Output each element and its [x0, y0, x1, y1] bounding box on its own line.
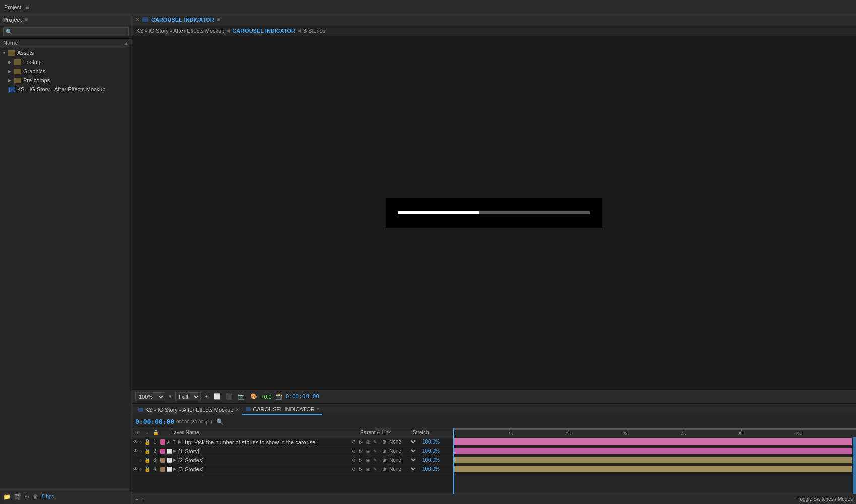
toolbar-camera-icon[interactable]: 📸 — [274, 393, 284, 400]
tree-item-precomps[interactable]: ▶ Pre-comps — [0, 76, 132, 85]
row-expand-4[interactable]: ▶ — [173, 467, 178, 471]
tl-bar-4 — [453, 466, 852, 472]
tab-carousel[interactable]: CAROUSEL INDICATOR ≡ — [242, 404, 322, 415]
tree-arrow-graphics: ▶ — [8, 69, 14, 74]
tl-search-icon[interactable]: 🔍 — [216, 418, 224, 425]
parent-select-2[interactable]: None — [387, 448, 417, 454]
folder-icon-graphics — [14, 69, 21, 74]
switch-1a[interactable]: ⚙ — [351, 439, 357, 445]
tl-add-icon[interactable]: + — [135, 496, 138, 502]
row-expand-2[interactable]: ▶ — [173, 449, 178, 453]
switch-4d[interactable]: ✎ — [372, 467, 378, 472]
switch-1b[interactable]: fx — [358, 439, 364, 445]
tl-bottom: + ↑ Toggle Switches / Modes — [132, 494, 856, 504]
tree-item-graphics[interactable]: ▶ Graphics — [0, 67, 132, 76]
comp-tab-close-icon[interactable]: ✕ — [135, 17, 139, 22]
toolbar-snapshot-icon[interactable]: 📷 — [236, 393, 247, 400]
row-lock-3[interactable]: 🔒 — [144, 457, 150, 463]
switch-3c[interactable]: ◉ — [365, 458, 371, 463]
tree-label-footage: Footage — [23, 59, 43, 65]
switch-2a[interactable]: ⚙ — [351, 449, 357, 454]
project-panel-header: Project ≡ — [0, 14, 132, 25]
parent-select-4[interactable]: None — [387, 466, 417, 472]
playhead-bar — [453, 437, 454, 494]
row-type-1: T — [171, 439, 177, 445]
comp-tab-menu-icon[interactable]: ≡ — [217, 17, 220, 22]
folder-icon-assets — [8, 50, 15, 56]
toolbar-alpha-icon[interactable]: ⬛ — [224, 393, 234, 400]
ruler-label-5s: 5s — [739, 431, 744, 436]
breadcrumb-carousel[interactable]: CAROUSEL INDICATOR — [232, 28, 295, 34]
row-solo-1[interactable]: ○ — [139, 439, 144, 445]
row-switches-1: ⚙ fx ◉ ✎ — [351, 439, 378, 445]
row-lock-1[interactable]: 🔒 — [144, 439, 150, 445]
row-eye-4[interactable]: 👁 — [132, 466, 139, 472]
toolbar-grid-icon[interactable]: ⊞ — [203, 393, 210, 400]
row-solo-2[interactable]: ○ — [139, 449, 144, 454]
search-bar — [0, 25, 132, 39]
tl-playhead — [453, 428, 454, 437]
tree-item-footage[interactable]: ▶ Footage — [0, 57, 132, 67]
row-eye-1[interactable]: 👁 — [132, 439, 139, 445]
switch-2d[interactable]: ✎ — [372, 449, 378, 454]
table-row[interactable]: 👁 ○ 🔒 3 ⬜ ▶ [2 Stories] ⚙ fx ◉ ✎ — [132, 456, 453, 465]
switch-1c[interactable]: ◉ — [365, 439, 371, 445]
tab-close-ks[interactable]: ✕ — [235, 407, 239, 412]
toolbar-mask-icon[interactable]: ⬜ — [212, 393, 222, 400]
switch-4a[interactable]: ⚙ — [351, 467, 357, 472]
tl-bar-1 — [453, 438, 852, 445]
row-eye-2[interactable]: 👁 — [132, 448, 139, 454]
toolbar-chevron-zoom[interactable]: ▾ — [167, 393, 173, 400]
tab-ks-story[interactable]: KS - IG Story - After Effects Mockup ✕ — [135, 404, 242, 415]
row-lock-2[interactable]: 🔒 — [144, 448, 150, 454]
row-switches-2: ⚙ fx ◉ ✎ — [351, 449, 378, 454]
row-num-4: 4 — [150, 466, 159, 472]
row-solo-3[interactable]: ○ — [139, 458, 144, 463]
project-panel-menu-icon[interactable]: ≡ — [25, 17, 28, 22]
parent-select-1[interactable]: None — [387, 438, 417, 445]
switch-2c[interactable]: ◉ — [365, 449, 371, 454]
breadcrumb-ks[interactable]: KS - IG Story - After Effects Mockup — [136, 28, 224, 34]
parent-select-3[interactable]: None — [387, 457, 417, 463]
tl-layers: 👁 ○ 🔒 Layer Name Parent & Link Stretch 👁 — [132, 428, 453, 494]
row-num-3: 3 — [150, 457, 159, 463]
switch-1d[interactable]: ✎ — [372, 439, 378, 445]
row-expand-1[interactable]: ▶ — [178, 439, 184, 444]
tab-icon-carousel — [246, 407, 251, 411]
switch-4c[interactable]: ◉ — [365, 467, 371, 472]
switch-3d[interactable]: ✎ — [372, 458, 378, 463]
menu-icon[interactable]: ≡ — [25, 4, 29, 11]
tree-arrow-assets: ▼ — [2, 51, 8, 55]
tl-lift-icon[interactable]: ↑ — [141, 496, 144, 502]
toolbar-color-icon[interactable]: 🎨 — [249, 393, 259, 400]
timeline-section: KS - IG Story - After Effects Mockup ✕ C… — [132, 403, 856, 504]
row-lock-4[interactable]: 🔒 — [144, 466, 150, 472]
tl-bottom-modes-label[interactable]: Toggle Switches / Modes — [797, 496, 853, 502]
row-solo-4[interactable]: ○ — [139, 467, 144, 472]
tl-ruler[interactable]: 0s 1s 2s 3s 4s 5s 6s — [453, 428, 856, 437]
zoom-select[interactable]: 100% 50% 200% — [135, 392, 165, 401]
tab-label-carousel: CAROUSEL INDICATOR — [253, 406, 315, 412]
tab-menu-carousel[interactable]: ≡ — [317, 407, 319, 412]
new-comp-icon[interactable]: 🎬 — [14, 493, 21, 500]
quality-select[interactable]: Full Half Quarter — [175, 392, 201, 401]
switch-2b[interactable]: fx — [358, 449, 364, 454]
new-folder-icon[interactable]: 📁 — [3, 493, 11, 500]
indicator-left — [398, 211, 479, 214]
tree-item-ks-comp[interactable]: KS - IG Story - After Effects Mockup — [0, 85, 132, 94]
search-input[interactable] — [3, 27, 129, 36]
settings-icon[interactable]: ⚙ — [24, 493, 30, 500]
table-row[interactable]: 👁 ○ 🔒 4 ⬜ ▶ [3 Stories] ⚙ fx ◉ ✎ — [132, 465, 453, 474]
breadcrumb-3stories[interactable]: 3 Stories — [303, 28, 325, 34]
row-expand-3[interactable]: ▶ — [173, 458, 178, 462]
trash-icon[interactable]: 🗑 — [33, 493, 39, 500]
col-icon-lock: 🔒 — [152, 430, 159, 435]
switch-3a[interactable]: ⚙ — [351, 458, 357, 463]
table-row[interactable]: 👁 ○ 🔒 1 ★ T ▶ Tip: Pick the number of st… — [132, 437, 453, 447]
switch-4b[interactable]: fx — [358, 467, 364, 472]
tl-timecode[interactable]: 0:00:00:00 — [135, 418, 174, 425]
switch-3b[interactable]: fx — [358, 458, 364, 463]
tree-label-assets: Assets — [17, 50, 34, 56]
tree-item-assets[interactable]: ▼ Assets — [0, 48, 132, 57]
table-row[interactable]: 👁 ○ 🔒 2 ⬜ ▶ [1 Story] ⚙ fx ◉ ✎ — [132, 447, 453, 456]
